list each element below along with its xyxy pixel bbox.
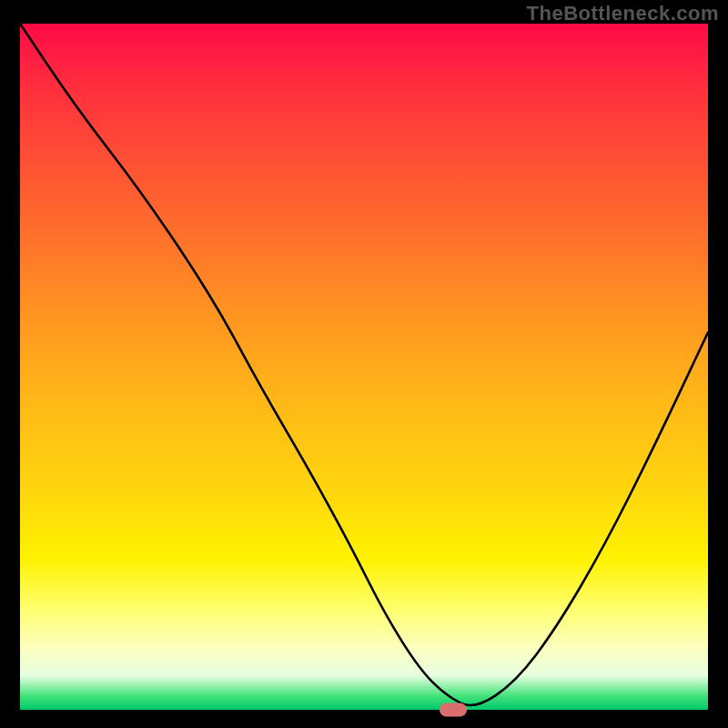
watermark-text: TheBottleneck.com	[527, 2, 719, 25]
curve-path	[20, 24, 708, 705]
optimal-marker	[440, 703, 467, 717]
bottleneck-curve	[20, 24, 708, 710]
chart-frame: TheBottleneck.com	[0, 0, 728, 728]
plot-area	[20, 24, 708, 710]
